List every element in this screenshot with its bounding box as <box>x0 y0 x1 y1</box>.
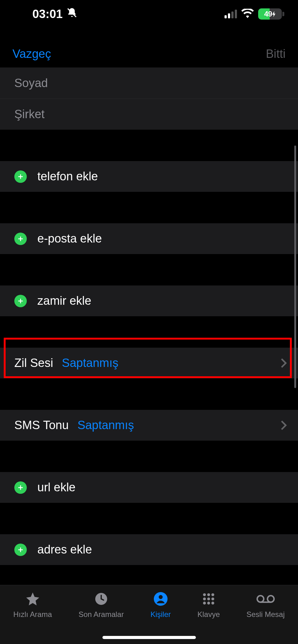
status-time: 03:01 <box>32 7 63 21</box>
svg-point-14 <box>203 593 206 596</box>
svg-point-20 <box>203 602 206 605</box>
texttone-label: SMS Tonu <box>14 419 69 432</box>
add-pronoun-row[interactable]: zamir ekle <box>0 285 298 317</box>
plus-icon <box>14 170 27 183</box>
add-address-row[interactable]: adres ekle <box>0 534 298 565</box>
ringtone-label: Zil Sesi <box>14 356 53 370</box>
tab-favorites[interactable]: Hızlı Arama <box>13 591 52 644</box>
tab-voicemail[interactable]: Sesli Mesaj <box>247 591 285 644</box>
plus-icon <box>14 233 27 245</box>
add-email-row[interactable]: e-posta ekle <box>0 223 298 254</box>
svg-point-13 <box>158 595 163 599</box>
ringtone-row[interactable]: Zil Sesi Saptanmış <box>0 348 298 379</box>
person-circle-icon <box>153 591 168 607</box>
plus-icon <box>14 295 27 307</box>
svg-point-18 <box>207 597 210 600</box>
add-phone-row[interactable]: telefon ekle <box>0 161 298 192</box>
svg-point-23 <box>257 596 264 602</box>
clock-icon <box>94 591 108 607</box>
voicemail-icon <box>256 591 275 607</box>
add-phone-label: telefon ekle <box>37 170 98 183</box>
svg-point-19 <box>211 597 214 600</box>
tab-label: Son Aramalar <box>78 610 124 619</box>
svg-point-16 <box>211 593 214 596</box>
cellular-signal-icon <box>225 10 237 18</box>
company-row[interactable] <box>0 99 298 130</box>
add-address-label: adres ekle <box>37 543 92 556</box>
texttone-value: Saptanmış <box>78 419 134 432</box>
lastname-row[interactable] <box>0 68 298 99</box>
home-indicator[interactable] <box>102 636 196 639</box>
star-icon <box>25 591 41 607</box>
svg-point-24 <box>267 596 274 602</box>
contact-edit-form: telefon ekle e-posta ekle zamir ekle Zil… <box>0 68 298 585</box>
cancel-button[interactable]: Vazgeç <box>12 47 51 61</box>
status-bar: 03:01 49 <box>0 0 298 28</box>
tab-bar: Hızlı Arama Son Aramalar Kişiler Klavye … <box>0 585 298 644</box>
texttone-row[interactable]: SMS Tonu Saptanmış <box>0 410 298 441</box>
add-url-label: url ekle <box>37 481 76 494</box>
add-url-row[interactable]: url ekle <box>0 472 298 503</box>
svg-point-22 <box>211 602 214 605</box>
tab-keypad[interactable]: Klavye <box>197 591 220 644</box>
scroll-indicator[interactable] <box>294 146 296 388</box>
done-button[interactable]: Bitti <box>266 47 286 61</box>
add-email-label: e-posta ekle <box>37 232 102 245</box>
battery-indicator: 49 <box>258 8 284 20</box>
svg-point-15 <box>207 593 210 596</box>
svg-point-17 <box>203 597 206 600</box>
tab-label: Klavye <box>197 610 220 619</box>
plus-icon <box>14 544 27 556</box>
keypad-icon <box>201 591 216 607</box>
chevron-right-icon <box>281 358 287 368</box>
plus-icon <box>14 481 27 494</box>
tab-label: Hızlı Arama <box>13 610 52 619</box>
lastname-field[interactable] <box>14 76 284 90</box>
company-field[interactable] <box>14 108 284 121</box>
ringtone-value: Saptanmış <box>62 356 119 370</box>
bell-off-icon <box>66 7 78 21</box>
chevron-right-icon <box>281 420 287 431</box>
tab-label: Sesli Mesaj <box>247 610 285 619</box>
svg-point-21 <box>207 602 210 605</box>
tab-label: Kişiler <box>150 610 171 619</box>
wifi-icon <box>241 7 254 21</box>
add-pronoun-label: zamir ekle <box>37 294 91 308</box>
nav-bar: Vazgeç Bitti <box>0 40 298 68</box>
